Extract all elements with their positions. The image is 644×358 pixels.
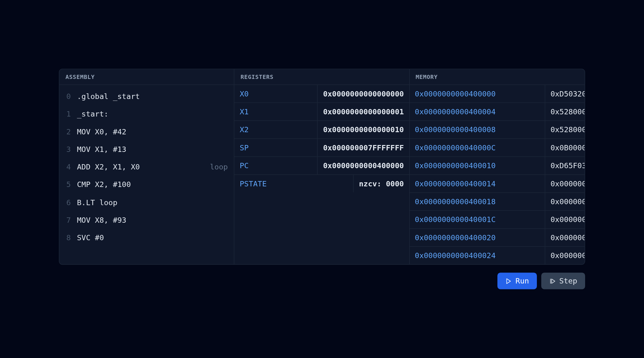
register-value: 0x0000000000000001 (318, 103, 409, 121)
memory-row: 0x00000000004000000xD503201F (410, 85, 585, 103)
memory-row: 0x00000000004000100xD65F03C0 (410, 157, 585, 175)
simulator-panel: ASSEMBLY 0.global _start1_start:2MOV X0,… (59, 69, 585, 289)
memory-row: 0x00000000004000080x52800041 (410, 121, 585, 139)
register-row: X00x0000000000000000 (234, 85, 409, 103)
memory-row: 0x00000000004000140x00000000 (410, 175, 585, 193)
memory-value: 0xD503201F (545, 85, 585, 102)
line-number: 0 (65, 89, 71, 103)
instruction-text: B.LT loop (77, 195, 228, 210)
memory-header: MEMORY (410, 69, 585, 85)
register-row: X20x0000000000000010 (234, 121, 409, 139)
assembly-line: 1_start: (59, 105, 234, 123)
line-number: 3 (65, 142, 71, 156)
memory-address: 0x0000000000400010 (410, 157, 545, 174)
instruction-text: SVC #0 (77, 231, 228, 245)
assembly-listing: 0.global _start1_start:2MOV X0, #423MOV … (59, 85, 234, 264)
instruction-text: CMP X2, #100 (77, 178, 228, 192)
instruction-text: _start: (77, 107, 228, 121)
registers-header: REGISTERS (234, 69, 409, 85)
register-row: SP0x000000007FFFFFFF (234, 139, 409, 157)
assembly-line: 2MOV X0, #42 (59, 123, 234, 140)
assembly-line: 0.global _start (59, 88, 234, 105)
register-value: 0x0000000000000000 (318, 85, 409, 102)
instruction-text: ADD X2, X1, X0 (77, 160, 197, 174)
registers-column: REGISTERS X00x0000000000000000X10x000000… (234, 69, 409, 264)
memory-address: 0x0000000000400024 (410, 247, 545, 264)
register-name: PSTATE (234, 175, 354, 192)
instruction-text: MOV X1, #13 (77, 142, 228, 156)
memory-value: 0x00000000 (545, 247, 585, 264)
memory-value: 0x52800041 (545, 121, 585, 138)
memory-address: 0x0000000000400004 (410, 103, 545, 121)
memory-row: 0x000000000040001C0x00000000 (410, 211, 585, 229)
memory-address: 0x0000000000400014 (410, 175, 545, 192)
line-number: 8 (65, 231, 71, 245)
memory-row: 0x00000000004000040x52800020 (410, 103, 585, 121)
memory-address: 0x0000000000400018 (410, 193, 545, 210)
register-value: 0x000000007FFFFFFF (318, 139, 409, 156)
line-number: 5 (65, 178, 71, 192)
register-name: X0 (234, 85, 318, 102)
line-number: 1 (65, 107, 71, 121)
assembly-line: 3MOV X1, #13 (59, 141, 234, 158)
run-button-label: Run (516, 277, 529, 285)
assembly-line: 8SVC #0 (59, 229, 234, 246)
assembly-line: 7MOV X8, #93 (59, 211, 234, 229)
step-forward-icon (549, 278, 556, 284)
memory-row: 0x00000000004000180x00000000 (410, 193, 585, 211)
register-name: X2 (234, 121, 318, 138)
memory-address: 0x0000000000400008 (410, 121, 545, 138)
memory-value: 0x00000000 (545, 193, 585, 210)
register-value: nzcv: 0000 (354, 175, 409, 192)
instruction-text: .global _start (77, 89, 228, 103)
line-number: 6 (65, 195, 71, 210)
memory-address: 0x0000000000400020 (410, 229, 545, 246)
register-name: X1 (234, 103, 318, 121)
run-button[interactable]: Run (497, 272, 537, 289)
memory-listing: 0x00000000004000000xD503201F0x0000000000… (410, 85, 585, 264)
line-number: 7 (65, 213, 71, 227)
registers-listing: X00x0000000000000000X10x0000000000000001… (234, 85, 409, 264)
assembly-line: 5CMP X2, #100 (59, 176, 234, 194)
memory-row: 0x00000000004000200x00000000 (410, 229, 585, 246)
assembly-column: ASSEMBLY 0.global _start1_start:2MOV X0,… (59, 69, 234, 264)
register-value: 0x0000000000400000 (318, 157, 409, 174)
memory-column: MEMORY 0x00000000004000000xD503201F0x000… (410, 69, 585, 264)
line-number: 4 (65, 160, 71, 174)
register-value: 0x0000000000000010 (318, 121, 409, 138)
memory-address: 0x000000000040001C (410, 211, 545, 228)
register-name: SP (234, 139, 318, 156)
memory-value: 0x00000000 (545, 211, 585, 228)
instruction-text: MOV X8, #93 (77, 213, 228, 227)
memory-address: 0x0000000000400000 (410, 85, 545, 102)
memory-value: 0x0B000022 (545, 139, 585, 156)
svg-marker-0 (507, 278, 511, 283)
panel-grid: ASSEMBLY 0.global _start1_start:2MOV X0,… (59, 69, 585, 265)
register-row: PC0x0000000000400000 (234, 157, 409, 175)
memory-value: 0xD65F03C0 (545, 157, 585, 174)
register-name: PC (234, 157, 318, 174)
instruction-text: MOV X0, #42 (77, 125, 228, 139)
memory-value: 0x00000000 (545, 175, 585, 192)
line-label: loop (210, 160, 228, 174)
assembly-line: 6B.LT loop (59, 194, 234, 211)
register-row: X10x0000000000000001 (234, 103, 409, 121)
memory-address: 0x000000000040000C (410, 139, 545, 156)
line-number: 2 (65, 125, 71, 139)
memory-row: 0x000000000040000C0x0B000022 (410, 139, 585, 157)
step-button-label: Step (559, 277, 577, 285)
assembly-header: ASSEMBLY (59, 69, 234, 85)
memory-value: 0x00000000 (545, 229, 585, 246)
memory-value: 0x52800020 (545, 103, 585, 121)
step-button[interactable]: Step (541, 272, 585, 289)
svg-marker-2 (552, 279, 555, 283)
controls-bar: Run Step (59, 272, 585, 289)
memory-row: 0x00000000004000240x00000000 (410, 247, 585, 264)
assembly-line: 4ADD X2, X1, X0loop (59, 158, 234, 176)
register-row: PSTATEnzcv: 0000 (234, 175, 409, 192)
play-icon (506, 278, 512, 284)
